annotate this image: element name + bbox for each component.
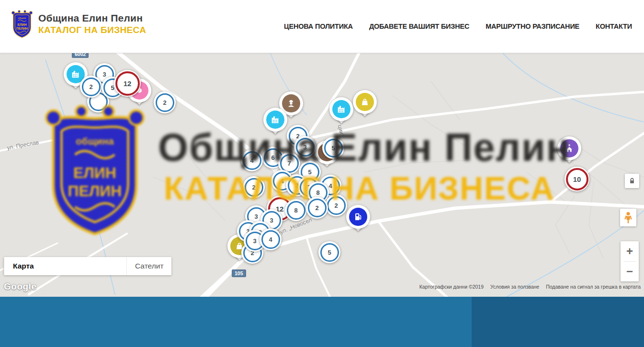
nav-contacts[interactable]: КОНТАКТИ	[596, 22, 632, 30]
brand-title: Община Елин Пелин	[38, 12, 146, 24]
nav-route-schedule[interactable]: МАРШРУТНО РАЗПИСАНИЕ	[486, 22, 579, 30]
map-canvas[interactable]: 6002105ул. Преславбул. „Новоселции" 3251…	[0, 53, 644, 297]
attribution-data: Картографски данни ©2019	[419, 284, 484, 290]
lock-button[interactable]	[625, 174, 639, 188]
zoom-out-button[interactable]: −	[621, 262, 639, 282]
page: община ЕЛИН ПЕЛИН Община Елин Пелин КАТА…	[0, 0, 644, 347]
nav-add-business[interactable]: ДОБАВЕТЕ ВАШИЯТ БИЗНЕС	[369, 22, 469, 30]
municipality-crest-icon: община ЕЛИН ПЕЛИН	[11, 10, 34, 38]
attribution-report-link[interactable]: Подаване на сигнал за грешка в картата	[546, 284, 641, 290]
svg-text:община: община	[18, 17, 26, 19]
nav-pricing-policy[interactable]: ЦЕНОВА ПОЛИТИКА	[284, 22, 353, 30]
brand-logo[interactable]: община ЕЛИН ПЕЛИН Община Елин Пелин КАТА…	[11, 10, 146, 38]
brand-subtitle: КАТАЛОГ НА БИЗНЕСА	[38, 25, 146, 35]
site-header: община ЕЛИН ПЕЛИН Община Елин Пелин КАТА…	[0, 0, 644, 53]
attribution-terms-link[interactable]: Условия за ползване	[490, 284, 539, 290]
map-type-map-button[interactable]: Карта	[4, 257, 126, 275]
zoom-control: + −	[621, 241, 639, 281]
map-type-satellite-button[interactable]: Сателит	[126, 257, 171, 275]
svg-text:ЕЛИН: ЕЛИН	[17, 23, 26, 26]
search-bar-right-section	[472, 297, 644, 347]
lock-icon	[628, 177, 636, 185]
pegman-icon	[623, 212, 633, 224]
map-type-control: Карта Сателит	[4, 257, 171, 275]
zoom-in-button[interactable]: +	[621, 241, 639, 261]
svg-text:ПЕЛИН: ПЕЛИН	[16, 27, 28, 30]
street-view-pegman-button[interactable]	[620, 209, 636, 226]
map-attribution: Картографски данни ©2019 Условия за полз…	[419, 284, 641, 290]
main-nav: ЦЕНОВА ПОЛИТИКА ДОБАВЕТЕ ВАШИЯТ БИЗНЕС М…	[268, 0, 632, 53]
search-bar: Категория Местоположение ⚙︎ ТЪРСЕНЕ	[0, 297, 644, 347]
google-logo[interactable]: Google	[4, 281, 36, 292]
map-controls-layer: Карта Сателит Google Картографски данни …	[0, 53, 644, 297]
